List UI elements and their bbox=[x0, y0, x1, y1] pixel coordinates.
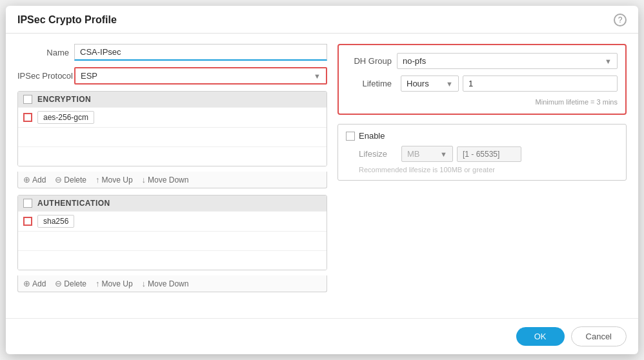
authentication-add-button[interactable]: ⊕ Add bbox=[23, 279, 46, 288]
protocol-select[interactable]: ESP ▼ bbox=[74, 67, 327, 85]
encryption-move-up-button[interactable]: ↑ Move Up bbox=[96, 175, 133, 185]
lifesize-unit-arrow: ▼ bbox=[440, 150, 447, 158]
lifesize-label: Lifesize bbox=[359, 149, 397, 159]
encryption-empty-row bbox=[18, 127, 327, 146]
lifetime-value-input[interactable] bbox=[463, 75, 618, 92]
authentication-header-label: AUTHENTICATION bbox=[37, 199, 110, 208]
authentication-delete-button[interactable]: ⊖ Delete bbox=[55, 279, 86, 288]
dialog-title: IPSec Crypto Profile bbox=[17, 14, 117, 26]
cancel-button[interactable]: Cancel bbox=[571, 326, 627, 346]
lifetime-unit-select[interactable]: Hours ▼ bbox=[401, 75, 459, 92]
dialog-footer: OK Cancel bbox=[6, 318, 638, 354]
dh-group-select[interactable]: no-pfs ▼ bbox=[397, 53, 618, 69]
authentication-move-up-button[interactable]: ↑ Move Up bbox=[96, 279, 133, 288]
enable-row: Enable bbox=[346, 131, 618, 141]
encryption-delete-button[interactable]: ⊖ Delete bbox=[55, 175, 86, 185]
move-up-icon-auth: ↑ bbox=[96, 279, 100, 288]
encryption-header-checkbox[interactable] bbox=[23, 95, 32, 104]
encryption-move-down-button[interactable]: ↓ Move Down bbox=[142, 175, 189, 185]
authentication-add-label: Add bbox=[32, 279, 46, 288]
move-down-icon: ↓ bbox=[142, 175, 146, 185]
add-icon: ⊕ bbox=[23, 175, 30, 185]
encryption-row-checkbox-0[interactable] bbox=[23, 113, 32, 122]
delete-icon: ⊖ bbox=[55, 175, 62, 185]
name-row: Name bbox=[17, 44, 327, 61]
authentication-empty-row-2 bbox=[18, 250, 327, 270]
encryption-add-label: Add bbox=[32, 175, 46, 185]
dh-group-value: no-pfs bbox=[397, 54, 617, 68]
lifesize-row: Lifesize MB ▼ bbox=[346, 146, 618, 162]
delete-icon-auth: ⊖ bbox=[55, 279, 62, 288]
table-row: sha256 bbox=[18, 211, 327, 231]
encryption-empty-row-2 bbox=[18, 146, 327, 166]
enable-label: Enable bbox=[359, 131, 385, 141]
ipsec-crypto-profile-dialog: IPSec Crypto Profile ? Name IPSec Protoc… bbox=[6, 6, 638, 354]
authentication-table: AUTHENTICATION sha256 bbox=[17, 195, 327, 270]
ok-button[interactable]: OK bbox=[516, 327, 565, 346]
name-label: Name bbox=[17, 48, 69, 57]
encryption-header-row: ENCRYPTION bbox=[18, 92, 327, 107]
encryption-move-up-label: Move Up bbox=[102, 175, 133, 185]
left-panel: Name IPSec Protocol ESP ▼ ENCRYPTION bbox=[17, 44, 327, 312]
protocol-label: IPSec Protocol bbox=[17, 71, 69, 81]
move-up-icon: ↑ bbox=[96, 175, 100, 185]
add-icon-auth: ⊕ bbox=[23, 279, 30, 288]
encryption-header-label: ENCRYPTION bbox=[37, 95, 91, 104]
authentication-row-checkbox-0[interactable] bbox=[23, 217, 32, 226]
authentication-move-down-button[interactable]: ↓ Move Down bbox=[142, 279, 189, 288]
authentication-row-value-0: sha256 bbox=[37, 215, 74, 228]
protocol-row: IPSec Protocol ESP ▼ bbox=[17, 67, 327, 85]
protocol-value: ESP bbox=[75, 68, 326, 83]
authentication-move-up-label: Move Up bbox=[102, 279, 133, 288]
dialog-body: Name IPSec Protocol ESP ▼ ENCRYPTION bbox=[6, 34, 638, 312]
lifetime-row: Lifetime Hours ▼ bbox=[347, 75, 618, 92]
dialog-header: IPSec Crypto Profile ? bbox=[6, 6, 638, 34]
right-panel-box: DH Group no-pfs ▼ Lifetime Hours ▼ bbox=[337, 44, 627, 115]
authentication-header-checkbox[interactable] bbox=[23, 199, 32, 208]
min-lifetime-note: Minimum lifetime = 3 mins bbox=[347, 98, 618, 106]
authentication-delete-label: Delete bbox=[64, 279, 86, 288]
name-input[interactable] bbox=[74, 44, 327, 61]
encryption-delete-label: Delete bbox=[64, 175, 86, 185]
lifetime-unit-arrow: ▼ bbox=[446, 80, 453, 88]
encryption-actions: ⊕ Add ⊖ Delete ↑ Move Up ↓ Move Down bbox=[17, 172, 327, 188]
encryption-table: ENCRYPTION aes-256-gcm bbox=[17, 91, 327, 166]
lifetime-unit-value: Hours bbox=[401, 76, 445, 91]
lifetime-label: Lifetime bbox=[347, 79, 392, 88]
authentication-header-row: AUTHENTICATION bbox=[18, 195, 327, 211]
encryption-add-button[interactable]: ⊕ Add bbox=[23, 175, 46, 185]
lifesize-unit-select[interactable]: MB ▼ bbox=[401, 146, 453, 162]
dh-group-label: DH Group bbox=[347, 56, 392, 66]
lifesize-note: Recommended lifesize is 100MB or greater bbox=[359, 166, 618, 174]
enable-checkbox[interactable] bbox=[346, 132, 355, 141]
move-down-icon-auth: ↓ bbox=[142, 279, 146, 288]
right-panel: DH Group no-pfs ▼ Lifetime Hours ▼ bbox=[337, 44, 627, 312]
dh-group-dropdown-arrow: ▼ bbox=[605, 57, 612, 65]
protocol-dropdown-arrow: ▼ bbox=[314, 72, 321, 80]
lifesize-value-input[interactable] bbox=[457, 146, 521, 162]
authentication-actions: ⊕ Add ⊖ Delete ↑ Move Up ↓ Move Down bbox=[17, 275, 327, 292]
lifesize-unit-value: MB bbox=[402, 146, 436, 161]
table-row: aes-256-gcm bbox=[18, 107, 327, 127]
dh-group-row: DH Group no-pfs ▼ bbox=[347, 53, 618, 69]
authentication-move-down-label: Move Down bbox=[148, 279, 188, 288]
help-icon[interactable]: ? bbox=[614, 14, 627, 26]
authentication-empty-row bbox=[18, 231, 327, 250]
encryption-row-value-0: aes-256-gcm bbox=[37, 111, 94, 124]
encryption-move-down-label: Move Down bbox=[148, 175, 188, 185]
enable-section: Enable Lifesize MB ▼ Recommended lifesiz… bbox=[337, 124, 627, 181]
